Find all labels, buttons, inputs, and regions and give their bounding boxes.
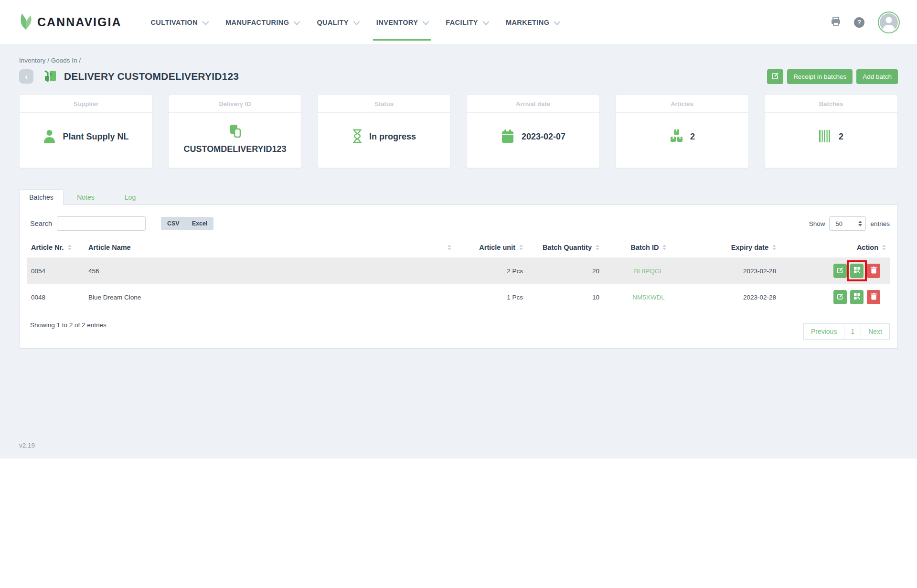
- person-icon: [43, 129, 56, 145]
- copy-icon[interactable]: [227, 123, 243, 141]
- brand-logo[interactable]: CANNAVIGIA: [19, 12, 121, 32]
- card-batches: Batches 2: [764, 95, 898, 168]
- cell-expiry-date: 2023-02-28: [694, 284, 780, 310]
- csv-export-button[interactable]: CSV: [161, 217, 186, 230]
- chevron-down-icon: [202, 18, 209, 25]
- card-arrival-date: Arrival date 2023-02-07: [466, 95, 600, 168]
- packages-icon: [669, 129, 683, 145]
- nav-label: INVENTORY: [376, 19, 418, 26]
- delete-batch-button[interactable]: [867, 264, 880, 278]
- main-navigation: CULTIVATION MANUFACTURING QUALITY INVENT…: [141, 0, 568, 44]
- card-body: 2023-02-07: [467, 113, 599, 168]
- delivery-truck-icon: [42, 69, 58, 84]
- card-label: Articles: [616, 95, 748, 113]
- app-version: v2.19: [19, 442, 35, 449]
- trash-icon: [871, 267, 877, 275]
- nav-item-quality[interactable]: QUALITY: [308, 0, 367, 44]
- user-avatar[interactable]: [880, 13, 898, 32]
- calendar-icon: [501, 128, 515, 146]
- edit-delivery-button[interactable]: [767, 69, 783, 84]
- sort-icon: [772, 245, 776, 250]
- col-article-unit[interactable]: Article unit: [455, 237, 527, 258]
- qr-code-icon: [854, 267, 860, 275]
- nav-item-manufacturing[interactable]: MANUFACTURING: [216, 0, 308, 44]
- page: CANNAVIGIA CULTIVATION MANUFACTURING QUA…: [0, 0, 917, 588]
- search-label: Search: [30, 220, 52, 227]
- trash-icon: [871, 293, 877, 301]
- page-size-select[interactable]: 50: [829, 216, 866, 231]
- batches-table: Article Nr. Article Name Article unit Ba…: [27, 237, 890, 310]
- topbar-right-tools: ?: [830, 13, 898, 32]
- card-label: Delivery ID: [169, 95, 301, 113]
- search-input[interactable]: [57, 216, 146, 231]
- search-group: Search: [30, 216, 146, 231]
- entries-summary: Showing 1 to 2 of 2 entries: [30, 321, 107, 329]
- tab-log[interactable]: Log: [108, 189, 152, 205]
- col-article-name[interactable]: Article Name: [85, 237, 455, 258]
- leaf-icon: [19, 12, 33, 32]
- nav-label: FACILITY: [446, 19, 478, 26]
- nav-item-marketing[interactable]: MARKETING: [497, 0, 568, 44]
- print-button[interactable]: [830, 16, 842, 29]
- card-status: Status In progress: [317, 95, 451, 168]
- delivery-id-value: CUSTOMDELIVERYID123: [183, 144, 286, 154]
- back-button[interactable]: ‹: [19, 69, 33, 84]
- batch-qr-code-button[interactable]: [850, 264, 864, 278]
- col-batch-id[interactable]: Batch ID: [603, 237, 694, 258]
- card-articles: Articles 2: [615, 95, 749, 168]
- batch-qr-code-button[interactable]: [850, 290, 864, 304]
- nav-item-cultivation[interactable]: CULTIVATION: [141, 0, 216, 44]
- edit-batch-button[interactable]: [833, 264, 847, 278]
- receipt-in-batches-button[interactable]: Receipt in batches: [787, 69, 853, 84]
- show-label: Show: [809, 220, 825, 227]
- breadcrumb[interactable]: Inventory / Goods In /: [19, 44, 898, 64]
- chevron-down-icon: [294, 18, 300, 25]
- cell-batch-quantity: 20: [527, 258, 603, 284]
- tab-notes[interactable]: Notes: [64, 189, 108, 205]
- excel-export-button[interactable]: Excel: [186, 217, 214, 230]
- edit-pencil-icon: [837, 267, 843, 275]
- nav-item-inventory[interactable]: INVENTORY: [367, 0, 437, 44]
- card-body: Plant Supply NL: [20, 113, 152, 168]
- delete-batch-button[interactable]: [867, 290, 880, 304]
- card-label: Supplier: [20, 95, 152, 113]
- page-number-button[interactable]: 1: [844, 323, 861, 340]
- cell-article-nr: 0048: [27, 284, 85, 310]
- batch-id-link[interactable]: NM5XWDL: [632, 294, 665, 301]
- card-label: Status: [318, 95, 450, 113]
- chevron-down-icon: [423, 18, 429, 25]
- card-body: CUSTOMDELIVERYID123: [169, 113, 301, 168]
- detail-tabs: Batches Notes Log: [19, 189, 898, 205]
- col-article-nr[interactable]: Article Nr.: [27, 237, 85, 258]
- tab-batches[interactable]: Batches: [19, 189, 64, 205]
- page-size-group: Show 50 entries: [809, 216, 890, 231]
- sort-icon: [662, 245, 666, 250]
- pagination: Previous 1 Next: [804, 323, 890, 340]
- table-footer: Showing 1 to 2 of 2 entries Previous 1 N…: [27, 320, 890, 340]
- nav-item-facility[interactable]: FACILITY: [437, 0, 497, 44]
- card-delivery-id: Delivery ID CUSTOMDELIVERYID123: [168, 95, 302, 168]
- next-page-button[interactable]: Next: [861, 323, 890, 340]
- status-value: In progress: [369, 132, 416, 142]
- export-buttons: CSV Excel: [161, 217, 213, 230]
- cell-article-name: 456: [85, 258, 455, 284]
- hourglass-icon: [352, 129, 363, 145]
- card-body: 2: [616, 113, 748, 168]
- cell-batch-quantity: 10: [527, 284, 603, 310]
- card-supplier: Supplier Plant Supply NL: [19, 95, 153, 168]
- batches-panel: Search CSV Excel Show 50 entries: [19, 204, 898, 349]
- edit-batch-button[interactable]: [833, 290, 847, 304]
- printer-icon: [830, 16, 842, 29]
- sort-icon: [68, 245, 72, 250]
- top-navigation-bar: CANNAVIGIA CULTIVATION MANUFACTURING QUA…: [0, 0, 917, 44]
- table-controls: Search CSV Excel Show 50 entries: [27, 216, 890, 231]
- col-batch-quantity[interactable]: Batch Quantity: [527, 237, 603, 258]
- col-action[interactable]: Action: [780, 237, 890, 258]
- help-button[interactable]: ?: [854, 17, 864, 28]
- col-expiry-date[interactable]: Expiry date: [694, 237, 780, 258]
- batch-id-link[interactable]: BL8PQGL: [634, 267, 663, 275]
- add-batch-button[interactable]: Add batch: [856, 69, 898, 84]
- page-actions: Receipt in batches Add batch: [767, 69, 898, 84]
- nav-label: QUALITY: [317, 19, 348, 26]
- previous-page-button[interactable]: Previous: [803, 323, 844, 340]
